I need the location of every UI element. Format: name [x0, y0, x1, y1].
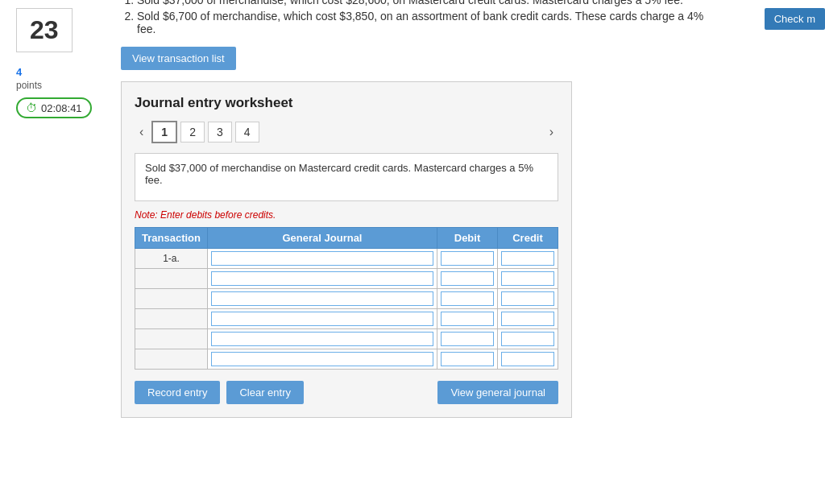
timer-icon: ⏱: [26, 101, 37, 114]
debit-input[interactable]: [441, 312, 494, 326]
transaction-cell: 1-a.: [135, 249, 208, 269]
transaction-cell: [135, 269, 208, 289]
col-credit: Credit: [498, 228, 558, 249]
tab-3[interactable]: 3: [208, 122, 232, 143]
journal-table: Transaction General Journal Debit Credit…: [135, 227, 558, 370]
journal-cell: [208, 269, 437, 289]
transaction-cell: [135, 349, 208, 370]
credit-input[interactable]: [501, 271, 554, 286]
points-value: 4: [16, 66, 22, 78]
credit-cell: [498, 329, 558, 349]
tab-next-button[interactable]: ›: [545, 123, 558, 141]
worksheet-container: Journal entry worksheet ‹ 1 2 3 4 › Sold…: [121, 81, 572, 418]
transaction-cell: [135, 309, 208, 329]
col-transaction: Transaction: [135, 228, 208, 249]
record-entry-button[interactable]: Record entry: [135, 381, 220, 404]
debit-input[interactable]: [441, 251, 494, 266]
debit-cell: [437, 289, 498, 309]
credit-cell: [498, 289, 558, 309]
debit-input[interactable]: [441, 291, 494, 306]
credit-input[interactable]: [501, 352, 554, 366]
journal-input[interactable]: [211, 352, 433, 366]
tab-prev-button[interactable]: ‹: [135, 123, 148, 141]
debit-input[interactable]: [441, 352, 494, 366]
debit-cell: [437, 349, 498, 370]
debit-input[interactable]: [441, 332, 494, 346]
journal-input[interactable]: [211, 271, 433, 286]
action-buttons: Record entry Clear entry View general jo…: [135, 381, 558, 404]
credit-input[interactable]: [501, 291, 554, 306]
check-my-work-button[interactable]: Check m: [765, 8, 825, 30]
tab-4[interactable]: 4: [235, 122, 259, 143]
transaction-cell: [135, 289, 208, 309]
credit-cell: [498, 249, 558, 269]
tab-2[interactable]: 2: [180, 122, 205, 143]
debit-cell: [437, 269, 498, 289]
credit-input[interactable]: [501, 251, 554, 266]
debit-input[interactable]: [441, 271, 494, 286]
view-general-journal-button[interactable]: View general journal: [437, 381, 558, 404]
view-transaction-list-button[interactable]: View transaction list: [121, 47, 236, 70]
table-row: [135, 329, 558, 349]
journal-cell: [208, 329, 437, 349]
table-row: [135, 349, 558, 370]
problem-number: 23: [16, 8, 73, 52]
credit-input[interactable]: [501, 312, 554, 326]
timer-badge: ⏱ 02:08:41: [16, 97, 92, 118]
credit-cell: [498, 309, 558, 329]
clear-entry-button[interactable]: Clear entry: [226, 381, 304, 404]
journal-cell: [208, 349, 437, 370]
col-general-journal: General Journal: [208, 228, 437, 249]
note-text: Note: Enter debits before credits.: [135, 209, 558, 221]
problem-item-1: Sold $37,000 of merchandise, which cost …: [137, 0, 725, 6]
points-label: points: [16, 80, 42, 91]
timer-value: 02:08:41: [41, 102, 82, 114]
worksheet-title: Journal entry worksheet: [135, 95, 558, 111]
journal-input[interactable]: [211, 312, 433, 326]
credit-cell: [498, 349, 558, 370]
journal-input[interactable]: [211, 291, 433, 306]
table-row: [135, 309, 558, 329]
problem-item-2: Sold $6,700 of merchandise, which cost $…: [137, 10, 725, 35]
tabs-nav: ‹ 1 2 3 4 ›: [135, 121, 558, 143]
debit-cell: [437, 309, 498, 329]
journal-cell: [208, 309, 437, 329]
table-row: [135, 289, 558, 309]
journal-cell: [208, 249, 437, 269]
col-debit: Debit: [437, 228, 498, 249]
transaction-cell: [135, 329, 208, 349]
credit-cell: [498, 269, 558, 289]
table-row: 1-a.: [135, 249, 558, 269]
journal-input[interactable]: [211, 332, 433, 346]
entry-description: Sold $37,000 of merchandise on Mastercar…: [135, 153, 558, 201]
problem-items: Sold $37,000 of merchandise, which cost …: [121, 0, 725, 35]
journal-cell: [208, 289, 437, 309]
journal-input[interactable]: [211, 251, 433, 266]
table-row: [135, 269, 558, 289]
credit-input[interactable]: [501, 332, 554, 346]
debit-cell: [437, 249, 498, 269]
debit-cell: [437, 329, 498, 349]
tab-1[interactable]: 1: [151, 121, 177, 143]
